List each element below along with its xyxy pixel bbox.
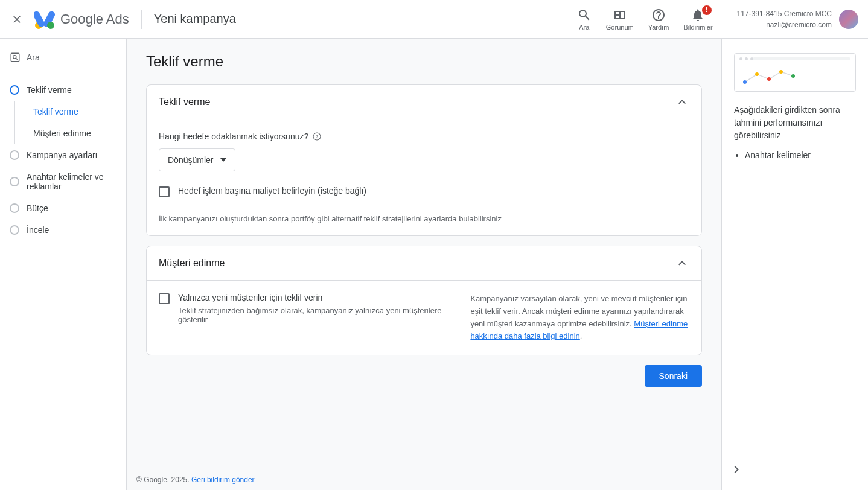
card-bidding-header[interactable]: Teklif verme [147, 85, 701, 119]
sub-item-bidding[interactable]: Teklif verme [15, 101, 126, 122]
header-notifications-button[interactable]: ! Bildirimler [683, 8, 712, 31]
svg-rect-4 [11, 53, 19, 62]
svg-point-10 [755, 72, 759, 76]
close-button[interactable] [10, 12, 24, 27]
avatar[interactable] [839, 10, 858, 29]
nav-item-bidding[interactable]: Teklif verme [0, 79, 126, 101]
logo: Google Ads [34, 8, 129, 30]
nav-item-campaign-settings[interactable]: Kampanya ayarları [0, 144, 126, 166]
logo-text: Google Ads [60, 11, 129, 27]
new-customers-checkbox[interactable] [159, 293, 170, 304]
card-bidding-title: Teklif verme [159, 97, 210, 107]
card-customer-acq-info: Kampanyanız varsayılan olarak, yeni ve m… [458, 293, 689, 343]
header-notifications-label: Bildirimler [683, 24, 712, 31]
account-text: 117-391-8415 Cremicro MCC nazli@cremicro… [737, 8, 832, 30]
footer: © Google, 2025. Geri bildirim gönder [127, 469, 264, 490]
performance-preview-box [734, 53, 856, 92]
help-circle-icon[interactable]: ? [312, 132, 322, 141]
svg-point-9 [743, 80, 747, 84]
panel-info-text: Aşağıdakileri girdikten sonra tahmini pe… [734, 104, 856, 142]
step-indicator-icon [10, 203, 19, 213]
actions-row: Sonraki [146, 365, 702, 387]
nav-item-label: Teklif verme [27, 85, 72, 95]
sidebar-search-label: Ara [27, 52, 40, 62]
sidebar: Ara Teklif verme Teklif verme Müşteri ed… [0, 39, 127, 490]
new-customers-label: Yalnızca yeni müşteriler için teklif ver… [178, 293, 443, 302]
panel-bullet-item: Anahtar kelimeler [745, 150, 856, 160]
svg-point-3 [47, 22, 54, 29]
layout: Ara Teklif verme Teklif verme Müşteri ed… [0, 39, 868, 490]
svg-point-13 [791, 74, 795, 78]
nav-item-review[interactable]: İncele [0, 219, 126, 241]
target-cpa-checkbox[interactable] [159, 186, 170, 197]
help-icon [651, 8, 666, 22]
card-bidding-body: Hangi hedefe odaklanmak istiyorsunuz? ? … [147, 119, 701, 235]
header-view-label: Görünüm [606, 24, 634, 31]
panel-bullet-list: Anahtar kelimeler [734, 150, 856, 160]
target-cpa-label: Hedef işlem başına maliyet belirleyin (i… [178, 186, 366, 196]
focus-select[interactable]: Dönüşümler [159, 148, 235, 171]
chevron-up-icon [675, 256, 689, 270]
next-button[interactable]: Sonraki [645, 365, 702, 387]
preview-chart-icon [742, 67, 796, 85]
google-ads-logo-icon [34, 8, 56, 30]
new-customers-sublabel: Teklif stratejinizden bağımsız olarak, k… [178, 306, 443, 324]
chevron-up-icon [675, 95, 689, 109]
account-id: 117-391-8415 Cremicro MCC [737, 8, 832, 19]
preview-window-dots-icon [739, 57, 753, 60]
chevron-right-icon [729, 462, 744, 477]
preview-window-bar-icon [753, 57, 850, 60]
header-search-label: Ara [579, 24, 589, 31]
target-cpa-row: Hedef işlem başına maliyet belirleyin (i… [159, 186, 689, 197]
card-customer-acq-title: Müşteri edinme [159, 258, 225, 269]
nav-item-keywords-ads[interactable]: Anahtar kelimeler ve reklamlar [0, 166, 126, 197]
nav-item-label: Anahtar kelimeler ve reklamlar [27, 172, 116, 191]
footer-feedback-link[interactable]: Geri bildirim gönder [191, 476, 255, 484]
svg-point-12 [779, 70, 783, 74]
header-help-label: Yardım [648, 24, 669, 31]
footer-copyright: © Google, 2025. [136, 476, 191, 484]
right-panel: Aşağıdakileri girdikten sonra tahmini pe… [722, 39, 868, 490]
account-block[interactable]: 117-391-8415 Cremicro MCC nazli@cremicro… [737, 8, 858, 30]
panel-collapse-button[interactable] [728, 461, 745, 478]
new-customers-row: Yalnızca yeni müşteriler için teklif ver… [159, 293, 443, 324]
nav-item-label: Bütçe [27, 203, 48, 213]
view-icon [613, 8, 627, 22]
notification-badge: ! [702, 5, 712, 15]
nav-item-budget[interactable]: Bütçe [0, 197, 126, 219]
app-header: Google Ads Yeni kampanya Ara Görünüm Yar… [0, 0, 868, 39]
nav-sub-items: Teklif verme Müşteri edinme [14, 101, 126, 144]
focus-select-value: Dönüşümler [168, 155, 213, 165]
sidebar-divider [10, 74, 116, 74]
close-icon [11, 13, 23, 25]
card-customer-acq: Müşteri edinme Yalnızca yeni müşteriler … [146, 246, 702, 355]
main: Teklif verme Teklif verme Hangi hedefe o… [127, 39, 868, 490]
sidebar-search[interactable]: Ara [0, 46, 126, 69]
step-indicator-icon [10, 150, 19, 160]
step-indicator-icon [10, 177, 19, 186]
nav-item-label: İncele [27, 225, 49, 235]
page-title: Yeni kampanya [154, 12, 236, 26]
focus-question-label: Hangi hedefe odaklanmak istiyorsunuz? ? [159, 132, 689, 141]
account-email: nazli@cremicro.com [737, 19, 832, 30]
card-bidding: Teklif verme Hangi hedefe odaklanmak ist… [146, 84, 702, 236]
card-customer-acq-body: Yalnızca yeni müşteriler için teklif ver… [147, 281, 701, 355]
content-title: Teklif verme [146, 53, 702, 70]
search-icon [577, 8, 592, 22]
svg-point-11 [767, 77, 771, 81]
sidebar-search-icon [10, 52, 21, 63]
svg-line-6 [16, 59, 18, 60]
header-divider [141, 10, 142, 29]
dropdown-icon [220, 158, 226, 162]
header-help-button[interactable]: Yardım [648, 8, 669, 31]
card-customer-acq-left: Yalnızca yeni müşteriler için teklif ver… [159, 293, 443, 343]
svg-text:?: ? [316, 134, 319, 139]
card-customer-acq-header[interactable]: Müşteri edinme [147, 246, 701, 281]
nav-item-label: Kampanya ayarları [27, 150, 98, 160]
header-view-button[interactable]: Görünüm [606, 8, 634, 31]
content: Teklif verme Teklif verme Hangi hedefe o… [127, 39, 722, 490]
step-indicator-icon [10, 85, 19, 95]
header-search-button[interactable]: Ara [577, 8, 592, 31]
step-indicator-icon [10, 225, 19, 235]
sub-item-customer-acq[interactable]: Müşteri edinme [15, 122, 126, 144]
